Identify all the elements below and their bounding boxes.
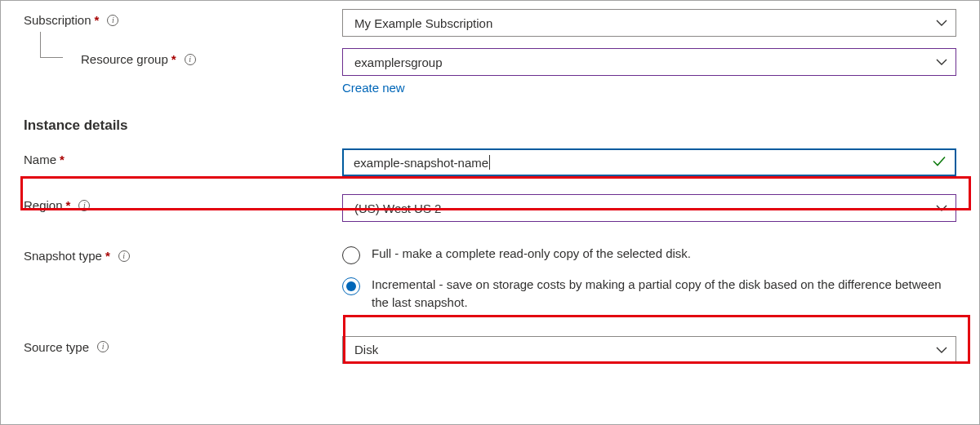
radio-icon — [342, 277, 360, 295]
region-value: (US) West US 2 — [354, 201, 441, 215]
required-marker: * — [95, 13, 100, 27]
resource-group-value: examplersgroup — [354, 55, 443, 69]
radio-icon — [342, 246, 360, 264]
subscription-label: Subscription — [24, 13, 91, 27]
text-caret — [489, 155, 490, 170]
required-marker: * — [172, 52, 176, 66]
snapshot-type-incremental-label: Incremental - save on storage costs by m… — [372, 276, 956, 312]
resource-group-dropdown[interactable]: examplersgroup — [342, 48, 956, 76]
snapshot-type-full[interactable]: Full - make a complete read-only copy of… — [342, 245, 956, 264]
info-icon[interactable] — [107, 15, 118, 26]
subscription-value: My Example Subscription — [354, 16, 492, 30]
name-value: example-snapshot-name — [354, 156, 488, 170]
snapshot-type-full-label: Full - make a complete read-only copy of… — [372, 245, 691, 263]
check-icon — [932, 156, 947, 170]
chevron-down-icon — [936, 346, 947, 354]
snapshot-type-incremental[interactable]: Incremental - save on storage costs by m… — [342, 276, 956, 312]
required-marker: * — [105, 249, 110, 263]
info-icon[interactable] — [78, 200, 90, 211]
instance-details-header: Instance details — [24, 117, 956, 134]
region-label: Region — [24, 198, 63, 212]
chevron-down-icon — [936, 19, 947, 27]
resource-group-label: Resource group — [81, 52, 168, 66]
info-icon[interactable] — [118, 250, 130, 262]
info-icon[interactable] — [97, 341, 109, 352]
required-marker: * — [66, 198, 71, 212]
source-type-label: Source type — [24, 340, 89, 354]
snapshot-type-label: Snapshot type — [24, 249, 102, 263]
chevron-down-icon — [936, 204, 947, 212]
create-new-link[interactable]: Create new — [342, 81, 956, 95]
name-label: Name — [24, 153, 56, 166]
info-icon[interactable] — [185, 54, 196, 65]
tree-elbow — [40, 32, 63, 58]
source-type-dropdown[interactable]: Disk — [342, 336, 956, 364]
required-marker: * — [60, 153, 65, 166]
subscription-dropdown[interactable]: My Example Subscription — [342, 9, 956, 37]
source-type-value: Disk — [354, 343, 378, 356]
snapshot-type-radio-group: Full - make a complete read-only copy of… — [342, 245, 956, 312]
region-dropdown[interactable]: (US) West US 2 — [342, 194, 956, 222]
name-input[interactable]: example-snapshot-name — [342, 148, 956, 176]
chevron-down-icon — [936, 58, 947, 66]
